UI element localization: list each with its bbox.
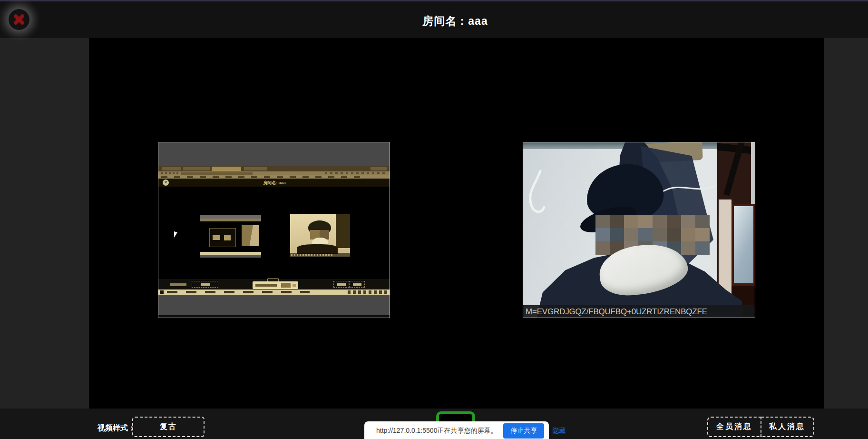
- nested-bookmark-items: [161, 176, 361, 178]
- nested-system-tray: [348, 290, 389, 294]
- room-header: 房间名：aaa: [0, 1, 868, 38]
- nested-browser-tab: [162, 167, 181, 170]
- nested-mini-desktop-band: [200, 255, 261, 258]
- nested-browser-tabstrip: [158, 166, 390, 171]
- nested-window-controls: [371, 167, 387, 170]
- nested-recursive-screen: [209, 228, 236, 247]
- nested-room-header: ✕ 房间名: aaa: [158, 179, 390, 187]
- mouse-cursor: [174, 231, 177, 238]
- hide-notification-link[interactable]: 隐藏: [552, 427, 566, 435]
- nested-url-field: [181, 172, 253, 175]
- nested-browser-tab: [244, 167, 267, 170]
- nested-retro-button: [192, 281, 218, 288]
- leave-room-button[interactable]: [9, 9, 29, 30]
- wall-hook: [524, 170, 553, 218]
- nested-cam-background: [336, 214, 350, 248]
- nested-room-title: 房间名: aaa: [158, 180, 390, 186]
- nested-screen-edge: [158, 315, 390, 318]
- nested-toolbar-icons: [325, 172, 387, 174]
- remote-video-caption: M=EVGRDJGQZ/FBQUFBQ+0UZRTIZRENBQZFE: [523, 305, 755, 318]
- video-style-retro-button[interactable]: 复古: [132, 417, 205, 437]
- nested-taskbar-items: [167, 291, 310, 293]
- nested-cam-caption: [290, 253, 350, 257]
- stop-sharing-button[interactable]: 停止共享: [503, 423, 544, 439]
- private-message-button[interactable]: 私人消息: [761, 417, 814, 437]
- nested-windows-taskbar: [158, 289, 390, 295]
- share-notification-message: http://127.0.0.1:5500正在共享您的屏幕。: [376, 427, 497, 435]
- app-root: 房间名：aaa ✕ 房间名: aaa: [0, 0, 868, 439]
- all-message-button[interactable]: 全员消息: [707, 417, 761, 437]
- nested-recursive-camera: [242, 225, 259, 246]
- remote-camera-video[interactable]: M=EVGRDJGQZ/FBQUFBQ+0UZRTIZRENBQZFE: [523, 142, 755, 318]
- nested-browser-tab: [183, 167, 210, 170]
- nested-browser-tab-active: [212, 167, 241, 171]
- room-title: 房间名：aaa: [400, 14, 511, 29]
- nested-browser-addressbar: [158, 171, 390, 175]
- nested-start-button: [160, 290, 164, 294]
- nested-share-notification: [253, 281, 298, 289]
- shared-screen-video[interactable]: ✕ 房间名: aaa: [158, 142, 390, 318]
- video-style-label: 视频样式：: [98, 423, 136, 433]
- nested-message-buttons: [333, 281, 365, 288]
- nested-bookmarks-bar: [158, 175, 390, 179]
- nested-nav-icons: [161, 172, 179, 174]
- browser-share-notification: http://127.0.0.1:5500正在共享您的屏幕。 停止共享 隐藏: [364, 421, 549, 439]
- nested-shared-screen-video: [200, 215, 261, 258]
- nested-browser-chrome: [200, 219, 261, 221]
- close-icon: [9, 9, 29, 30]
- window-glass: [731, 204, 755, 286]
- nested-desktop-bottom-band: [158, 295, 390, 315]
- nested-desktop-band: [200, 215, 261, 219]
- nested-video-style-label: [170, 283, 186, 286]
- video-stage: ✕ 房间名: aaa: [89, 38, 824, 409]
- nested-video-stage: [158, 187, 390, 279]
- nested-control-bar: [158, 279, 390, 289]
- nested-cam-torso: [297, 244, 338, 254]
- nested-camera-video: [290, 214, 350, 257]
